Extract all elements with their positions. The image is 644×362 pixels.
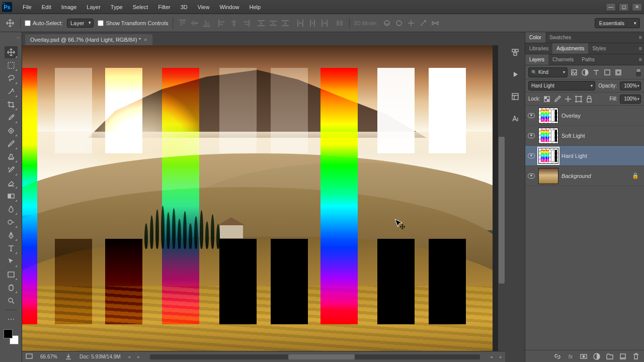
layer-thumbnail[interactable]	[538, 148, 558, 164]
blend-mode-select[interactable]: Hard Light	[528, 81, 595, 90]
layer-row[interactable]: Background 🔒	[525, 166, 644, 186]
character-panel-icon[interactable]	[509, 113, 521, 125]
layer-name[interactable]: Overlay	[561, 113, 642, 119]
doc-size[interactable]: Doc: 5.93M/14.9M	[79, 354, 121, 359]
link-layers-icon[interactable]	[553, 352, 561, 360]
layer-visibility-toggle[interactable]	[527, 153, 535, 158]
swatches-tab[interactable]: Swatches	[545, 32, 575, 43]
delete-layer-icon[interactable]	[632, 352, 640, 360]
filter-shape-icon[interactable]	[603, 68, 612, 77]
dist-top-icon[interactable]	[256, 18, 267, 29]
status-next2-icon[interactable]: ▸	[500, 354, 502, 359]
libraries-tab[interactable]: Libraries	[525, 43, 552, 54]
layer-name[interactable]: Background	[561, 173, 629, 179]
channels-tab[interactable]: Channels	[548, 54, 578, 65]
history-panel-icon[interactable]	[509, 46, 521, 58]
horizontal-scroll-thumb[interactable]	[288, 354, 354, 359]
toolbar-collapse-icon[interactable]: ››	[17, 35, 20, 40]
actions-panel-icon[interactable]	[509, 68, 521, 80]
group-icon[interactable]	[606, 352, 614, 360]
color-swatches[interactable]	[4, 329, 19, 344]
auto-align-icon[interactable]	[334, 18, 345, 29]
layers-tab[interactable]: Layers	[525, 54, 548, 65]
menu-type[interactable]: Type	[106, 2, 127, 12]
hand-tool[interactable]	[5, 282, 18, 294]
panel-menu-icon[interactable]: ≡	[639, 56, 642, 62]
align-top-icon[interactable]	[177, 18, 188, 29]
document-tab[interactable]: Overlay.psd @ 66.7% (Hard Light, RGB/8#)…	[25, 34, 152, 45]
menu-filter[interactable]: Filter	[153, 2, 175, 12]
menu-view[interactable]: View	[193, 2, 214, 12]
rectangle-tool[interactable]	[5, 268, 18, 281]
paths-tab[interactable]: Paths	[578, 54, 599, 65]
new-layer-icon[interactable]	[619, 352, 627, 360]
dist-right-icon[interactable]	[319, 18, 330, 29]
fill-field[interactable]: 100%	[620, 95, 641, 104]
align-vcenter-icon[interactable]	[189, 18, 200, 29]
layer-thumbnail[interactable]	[538, 128, 558, 144]
minimize-button[interactable]: —	[606, 3, 616, 11]
panel-menu-icon[interactable]: ≡	[639, 34, 642, 40]
layer-filter-kind[interactable]: Kind	[528, 67, 568, 77]
stamp-tool[interactable]	[5, 151, 18, 163]
dock-collapse-icon[interactable]: ‹‹	[2, 1, 5, 6]
menu-layer[interactable]: Layer	[82, 2, 105, 12]
dodge-tool[interactable]	[5, 216, 18, 228]
healing-tool[interactable]	[5, 125, 18, 137]
history-brush-tool[interactable]	[5, 164, 18, 176]
dist-bottom-icon[interactable]	[280, 18, 291, 29]
status-next-icon[interactable]: ▸	[137, 354, 140, 359]
crop-tool[interactable]	[5, 99, 18, 111]
align-right-icon[interactable]	[240, 18, 252, 29]
layer-row[interactable]: Overlay	[525, 106, 644, 126]
layers-list[interactable]: Overlay Soft Light Hard Light Background…	[525, 106, 644, 350]
menu-help[interactable]: Help	[245, 2, 266, 12]
filter-smart-icon[interactable]	[614, 68, 623, 77]
vertical-scrollbar[interactable]	[498, 45, 505, 351]
canvas-viewport[interactable]	[22, 45, 505, 351]
horizontal-scrollbar[interactable]	[150, 354, 480, 359]
align-bottom-icon[interactable]	[201, 18, 212, 29]
marquee-tool[interactable]	[5, 59, 18, 71]
magic-wand-tool[interactable]	[5, 85, 18, 98]
menu-select[interactable]: Select	[128, 2, 153, 12]
status-prev2-icon[interactable]: ◂	[490, 354, 493, 359]
gradient-tool[interactable]	[5, 190, 18, 202]
workspace-switcher[interactable]: Essentials	[595, 18, 640, 28]
type-tool[interactable]	[5, 242, 18, 254]
lock-all-icon[interactable]	[585, 95, 593, 103]
brush-tool[interactable]	[5, 138, 18, 150]
layer-style-icon[interactable]: fx	[567, 352, 575, 360]
eraser-tool[interactable]	[5, 177, 18, 189]
auto-select-checkbox[interactable]: Auto-Select:	[25, 20, 63, 26]
filter-toggle[interactable]	[636, 68, 641, 76]
filter-adjust-icon[interactable]	[581, 68, 590, 77]
show-transform-box[interactable]	[98, 20, 104, 26]
opacity-field[interactable]: 100%	[620, 81, 641, 90]
active-tool-icon[interactable]	[4, 17, 16, 29]
dist-hcenter-icon[interactable]	[307, 18, 318, 29]
status-prev-icon[interactable]: ◂	[128, 354, 130, 359]
zoom-tool[interactable]	[5, 295, 18, 307]
auto-select-target[interactable]: Layer	[67, 19, 94, 28]
menu-image[interactable]: Image	[57, 2, 82, 12]
dist-vcenter-icon[interactable]	[268, 18, 279, 29]
panel-menu-icon[interactable]: ≡	[639, 45, 642, 51]
layer-visibility-toggle[interactable]	[527, 113, 535, 118]
dist-left-icon[interactable]	[295, 18, 306, 29]
menu-3d[interactable]: 3D	[176, 2, 192, 12]
layer-mask-icon[interactable]	[580, 352, 588, 360]
show-transform-checkbox[interactable]: Show Transform Controls	[98, 20, 168, 26]
menu-window[interactable]: Window	[215, 2, 244, 12]
close-button[interactable]: ✕	[632, 3, 642, 11]
canvas[interactable]	[22, 45, 493, 351]
layer-thumbnail[interactable]	[538, 168, 558, 184]
layer-visibility-toggle[interactable]	[527, 133, 535, 138]
vertical-scroll-thumb[interactable]	[499, 137, 505, 284]
auto-select-box[interactable]	[25, 20, 31, 26]
document-tab-close-icon[interactable]: ×	[144, 37, 147, 43]
align-hcenter-icon[interactable]	[228, 18, 239, 29]
lock-position-icon[interactable]	[564, 95, 572, 103]
move-tool[interactable]	[5, 46, 18, 58]
edit-toolbar-icon[interactable]: ⋯	[5, 313, 18, 325]
